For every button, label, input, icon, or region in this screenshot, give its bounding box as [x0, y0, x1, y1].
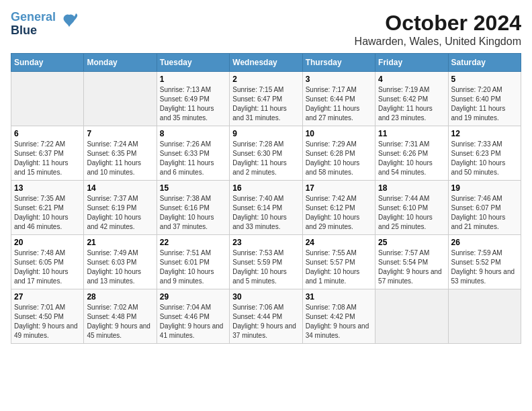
calendar-cell: 3Sunrise: 7:17 AMSunset: 6:44 PMDaylight…: [302, 72, 375, 126]
day-info: Sunrise: 7:51 AMSunset: 6:01 PMDaylight:…: [160, 248, 226, 286]
day-number: 9: [232, 129, 299, 138]
calendar-cell: 19Sunrise: 7:46 AMSunset: 6:07 PMDayligh…: [448, 181, 521, 235]
day-info: Sunrise: 7:49 AMSunset: 6:03 PMDaylight:…: [87, 248, 153, 286]
day-number: 2: [232, 75, 299, 84]
day-number: 26: [451, 238, 518, 247]
day-info: Sunrise: 7:08 AMSunset: 4:42 PMDaylight:…: [306, 303, 372, 340]
day-number: 17: [306, 183, 372, 193]
calendar-week-4: 20Sunrise: 7:48 AMSunset: 6:05 PMDayligh…: [11, 235, 521, 289]
calendar-week-1: 1Sunrise: 7:13 AMSunset: 6:49 PMDaylight…: [11, 72, 521, 126]
page-title: October 2024: [355, 11, 521, 36]
day-info: Sunrise: 7:01 AMSunset: 4:50 PMDaylight:…: [14, 303, 81, 340]
calendar-cell: 1Sunrise: 7:13 AMSunset: 6:49 PMDaylight…: [157, 72, 229, 126]
day-info: Sunrise: 7:37 AMSunset: 6:19 PMDaylight:…: [87, 194, 153, 232]
day-number: 16: [232, 183, 299, 193]
weekday-header-tuesday: Tuesday: [157, 54, 229, 72]
day-number: 24: [306, 238, 372, 247]
calendar-cell: 14Sunrise: 7:37 AMSunset: 6:19 PMDayligh…: [84, 181, 157, 235]
day-info: Sunrise: 7:46 AMSunset: 6:07 PMDaylight:…: [451, 194, 518, 232]
day-number: 22: [160, 238, 226, 247]
day-number: 25: [378, 238, 445, 247]
day-number: 30: [232, 292, 299, 302]
day-number: 31: [306, 292, 372, 302]
weekday-header-sunday: Sunday: [11, 54, 84, 72]
calendar-week-2: 6Sunrise: 7:22 AMSunset: 6:37 PMDaylight…: [11, 126, 521, 181]
title-block: October 2024 Hawarden, Wales, United Kin…: [355, 11, 521, 48]
calendar-cell: [375, 289, 448, 344]
calendar-cell: [11, 72, 84, 126]
calendar-table: SundayMondayTuesdayWednesdayThursdayFrid…: [11, 53, 521, 344]
calendar-cell: 17Sunrise: 7:42 AMSunset: 6:12 PMDayligh…: [302, 181, 375, 235]
day-number: 10: [306, 129, 372, 138]
day-number: 6: [14, 129, 81, 138]
day-info: Sunrise: 7:04 AMSunset: 4:46 PMDaylight:…: [160, 303, 226, 340]
calendar-cell: 22Sunrise: 7:51 AMSunset: 6:01 PMDayligh…: [157, 235, 229, 289]
calendar-cell: 30Sunrise: 7:06 AMSunset: 4:44 PMDayligh…: [230, 289, 302, 344]
calendar-cell: 6Sunrise: 7:22 AMSunset: 6:37 PMDaylight…: [11, 126, 84, 181]
day-info: Sunrise: 7:06 AMSunset: 4:44 PMDaylight:…: [232, 303, 299, 340]
day-number: 15: [160, 183, 226, 193]
calendar-cell: 10Sunrise: 7:29 AMSunset: 6:28 PMDayligh…: [302, 126, 375, 181]
logo-bird-icon: [60, 12, 79, 31]
calendar-cell: 13Sunrise: 7:35 AMSunset: 6:21 PMDayligh…: [11, 181, 84, 235]
day-info: Sunrise: 7:17 AMSunset: 6:44 PMDaylight:…: [306, 85, 372, 123]
calendar-cell: 26Sunrise: 7:59 AMSunset: 5:52 PMDayligh…: [448, 235, 521, 289]
day-info: Sunrise: 7:38 AMSunset: 6:16 PMDaylight:…: [160, 194, 226, 232]
day-number: 14: [87, 183, 153, 193]
day-number: 13: [14, 183, 81, 193]
day-number: 27: [14, 292, 81, 302]
day-info: Sunrise: 7:33 AMSunset: 6:23 PMDaylight:…: [451, 140, 518, 177]
calendar-cell: 27Sunrise: 7:01 AMSunset: 4:50 PMDayligh…: [11, 289, 84, 344]
calendar-cell: 9Sunrise: 7:28 AMSunset: 6:30 PMDaylight…: [230, 126, 302, 181]
page-header: General Blue October 2024 Hawarden, Wale…: [11, 11, 521, 48]
day-info: Sunrise: 7:20 AMSunset: 6:40 PMDaylight:…: [451, 85, 518, 123]
day-info: Sunrise: 7:19 AMSunset: 6:42 PMDaylight:…: [378, 85, 445, 123]
calendar-cell: 21Sunrise: 7:49 AMSunset: 6:03 PMDayligh…: [84, 235, 157, 289]
calendar-cell: 20Sunrise: 7:48 AMSunset: 6:05 PMDayligh…: [11, 235, 84, 289]
day-info: Sunrise: 7:57 AMSunset: 5:54 PMDaylight:…: [378, 248, 445, 286]
day-number: 8: [160, 129, 226, 138]
calendar-header-row: SundayMondayTuesdayWednesdayThursdayFrid…: [11, 54, 521, 72]
day-number: 12: [451, 129, 518, 138]
day-info: Sunrise: 7:02 AMSunset: 4:48 PMDaylight:…: [87, 303, 153, 340]
day-info: Sunrise: 7:55 AMSunset: 5:57 PMDaylight:…: [306, 248, 372, 286]
day-info: Sunrise: 7:15 AMSunset: 6:47 PMDaylight:…: [232, 85, 299, 123]
day-number: 23: [232, 238, 299, 247]
weekday-header-wednesday: Wednesday: [230, 54, 302, 72]
calendar-cell: [448, 289, 521, 344]
day-number: 11: [378, 129, 445, 138]
day-number: 19: [451, 183, 518, 193]
day-info: Sunrise: 7:42 AMSunset: 6:12 PMDaylight:…: [306, 194, 372, 232]
weekday-header-monday: Monday: [84, 54, 157, 72]
calendar-week-5: 27Sunrise: 7:01 AMSunset: 4:50 PMDayligh…: [11, 289, 521, 344]
weekday-header-saturday: Saturday: [448, 54, 521, 72]
day-number: 29: [160, 292, 226, 302]
day-info: Sunrise: 7:22 AMSunset: 6:37 PMDaylight:…: [14, 140, 81, 177]
day-info: Sunrise: 7:48 AMSunset: 6:05 PMDaylight:…: [14, 248, 81, 286]
day-info: Sunrise: 7:35 AMSunset: 6:21 PMDaylight:…: [14, 194, 81, 232]
weekday-header-thursday: Thursday: [302, 54, 375, 72]
day-number: 1: [160, 75, 226, 84]
calendar-cell: 25Sunrise: 7:57 AMSunset: 5:54 PMDayligh…: [375, 235, 448, 289]
day-info: Sunrise: 7:24 AMSunset: 6:35 PMDaylight:…: [87, 140, 153, 177]
calendar-cell: 29Sunrise: 7:04 AMSunset: 4:46 PMDayligh…: [157, 289, 229, 344]
day-number: 4: [378, 75, 445, 84]
day-info: Sunrise: 7:40 AMSunset: 6:14 PMDaylight:…: [232, 194, 299, 232]
day-info: Sunrise: 7:13 AMSunset: 6:49 PMDaylight:…: [160, 85, 226, 123]
calendar-cell: 4Sunrise: 7:19 AMSunset: 6:42 PMDaylight…: [375, 72, 448, 126]
calendar-cell: 15Sunrise: 7:38 AMSunset: 6:16 PMDayligh…: [157, 181, 229, 235]
calendar-week-3: 13Sunrise: 7:35 AMSunset: 6:21 PMDayligh…: [11, 181, 521, 235]
day-info: Sunrise: 7:44 AMSunset: 6:10 PMDaylight:…: [378, 194, 445, 232]
logo-text: General Blue: [11, 10, 56, 37]
calendar-cell: 2Sunrise: 7:15 AMSunset: 6:47 PMDaylight…: [230, 72, 302, 126]
calendar-cell: 8Sunrise: 7:26 AMSunset: 6:33 PMDaylight…: [157, 126, 229, 181]
page-subtitle: Hawarden, Wales, United Kingdom: [355, 36, 521, 48]
day-number: 3: [306, 75, 372, 84]
calendar-cell: 11Sunrise: 7:31 AMSunset: 6:26 PMDayligh…: [375, 126, 448, 181]
calendar-cell: 24Sunrise: 7:55 AMSunset: 5:57 PMDayligh…: [302, 235, 375, 289]
weekday-header-friday: Friday: [375, 54, 448, 72]
calendar-cell: 16Sunrise: 7:40 AMSunset: 6:14 PMDayligh…: [230, 181, 302, 235]
calendar-cell: 5Sunrise: 7:20 AMSunset: 6:40 PMDaylight…: [448, 72, 521, 126]
logo: General Blue: [11, 11, 79, 38]
day-number: 18: [378, 183, 445, 193]
